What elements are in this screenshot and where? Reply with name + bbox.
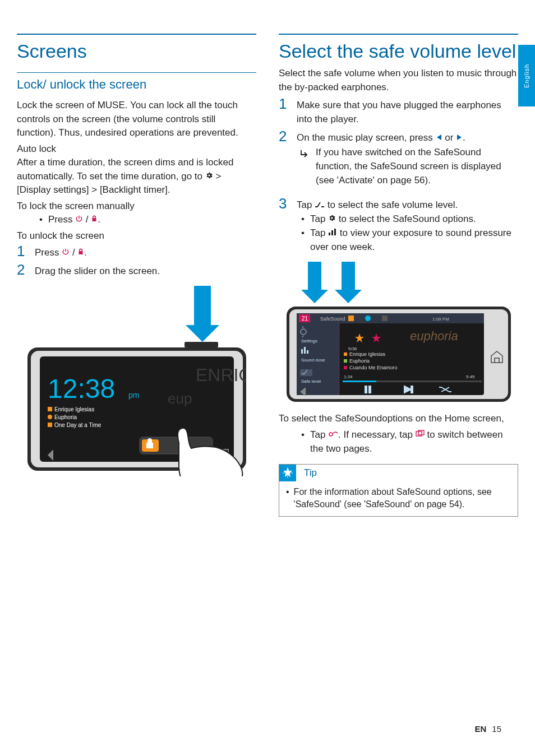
power-icon [75,213,83,227]
lock-step: • Press / . [39,213,256,227]
svg-text:Settings: Settings [301,338,317,344]
svg-text:euphoria: euphoria [410,329,458,343]
svg-text:Euphoria: Euphoria [349,358,370,364]
autolock-text: After a time duration, the screen dims a… [17,156,256,197]
lock-intro: Lock the screen of MUSE. You can lock al… [17,99,256,140]
svg-rect-45 [348,316,354,321]
sv-step-3-b1: • Tap to select the SafeSound options. [301,212,518,226]
svg-rect-26 [342,262,355,290]
post-heading: To select the SafeSoundoptions on the Ho… [279,412,518,426]
svg-text:ENRIQUE: ENRIQUE [196,365,246,385]
post-bullet: • Tap . If necessary, tap to switch betw… [301,428,518,456]
left-arrow-icon [436,131,442,145]
svg-rect-22 [331,230,333,235]
svg-marker-1 [186,325,219,342]
svg-text:5:45: 5:45 [466,374,475,379]
svg-rect-61 [343,381,376,382]
svg-marker-20 [457,134,462,140]
svg-rect-5 [185,342,218,347]
gear-icon [328,212,336,226]
svg-rect-15 [48,423,52,427]
svg-rect-42 [300,369,312,376]
svg-rect-56 [344,366,347,369]
svg-rect-69 [418,430,424,435]
figure-lock-screen: ENRIQUE eup 12:38 pm Enrique Iglesias Eu… [17,286,256,479]
svg-marker-27 [335,290,362,303]
svg-text:pm: pm [128,391,139,400]
left-column: Screens Lock/ unlock the screen Lock the… [17,34,256,517]
right-arrow-icon [456,131,463,145]
heading-lock-unlock: Lock/ unlock the screen [17,77,256,92]
svg-rect-39 [304,347,306,354]
svg-rect-65 [411,386,413,393]
svg-rect-63 [369,386,371,393]
lock-icon [77,246,84,260]
svg-text:Safe level: Safe level [301,379,321,384]
svg-text:eup: eup [168,390,192,407]
sv-step-3: 3 Tap to select the safe volume level. [279,196,518,212]
svg-text:Euphoria: Euphoria [54,414,77,420]
bars-icon [328,226,337,240]
svg-rect-40 [307,350,308,354]
svg-text:Enrique Iglesias: Enrique Iglesias [349,351,386,357]
svg-rect-68 [416,432,422,436]
language-tab: English [518,45,535,106]
svg-rect-13 [48,407,52,411]
svg-text:21: 21 [302,316,308,322]
svg-text:Sound dose: Sound dose [301,358,325,363]
svg-rect-62 [365,386,367,393]
page-footer: EN15 [474,724,501,734]
svg-rect-38 [301,349,303,354]
tip-label: Tip [301,465,320,481]
sv-step-2: 2 On the music play screen, press or . [279,129,518,145]
subhead-autolock: Auto lock [17,143,256,155]
unlock-step-2: 2 Drag the slider on the screen. [17,262,256,279]
right-column: Select the safe volume level Select the … [279,34,518,517]
svg-rect-52 [344,353,347,356]
tip-box: Tip • For the information about SafeSoun… [279,464,518,517]
power-icon [62,246,70,260]
heading-safe-volume: Select the safe volume level [279,40,518,62]
svg-text:12:38: 12:38 [48,374,115,403]
safe-level-icon [315,199,325,213]
subhead-unlock: To unlock the screen [17,230,256,242]
safesound-app-icon [328,428,338,442]
sv-step-3-b2: • Tap to view your exposure to sound pre… [301,226,518,254]
svg-marker-19 [437,134,441,140]
unlock-step-1: 1 Press / . [17,244,256,260]
gear-icon [205,170,213,184]
svg-rect-54 [344,359,347,363]
svg-text:1:24: 1:24 [344,374,353,379]
subhead-lock-manually: To lock the screen manually [17,201,256,212]
svg-text:One Day at a Time: One Day at a Time [54,422,102,428]
svg-rect-23 [334,229,336,235]
svg-text:1:09 PM: 1:09 PM [432,317,449,322]
lock-icon [91,213,98,227]
tip-body: • For the information about SafeSound op… [286,486,511,511]
svg-rect-21 [329,233,330,235]
page-switch-icon [416,428,425,442]
svg-point-67 [329,433,333,436]
svg-text:5/36: 5/36 [348,346,357,351]
sv-step-1: 1 Make sure that you have plugged the ea… [279,96,518,126]
figure-safesound: 21 SafeSound 1:09 PM Settings Sound dose… [279,262,518,404]
svg-text:Cuando Me Enamoro: Cuando Me Enamoro [349,365,398,370]
svg-rect-24 [308,262,321,290]
svg-rect-47 [382,316,388,321]
svg-point-14 [48,415,52,419]
svg-marker-25 [301,290,328,303]
safe-volume-intro: Select the safe volume when you listen t… [279,67,518,94]
tip-star-icon [279,465,296,481]
svg-point-46 [365,316,371,321]
svg-text:Enrique Iglesias: Enrique Iglesias [54,406,94,412]
result-arrow-icon [300,148,309,162]
sv-step-2-sub: If you have switched on the SafeSound fu… [300,146,518,187]
svg-rect-0 [194,286,211,325]
heading-screens: Screens [17,40,256,62]
svg-text:SafeSound: SafeSound [320,316,345,322]
